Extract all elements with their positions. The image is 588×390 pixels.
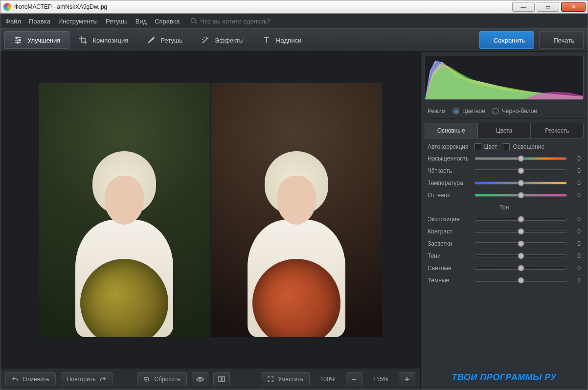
slider-label: Чёткость — [428, 167, 471, 174]
slider[interactable] — [475, 156, 567, 161]
print-button[interactable]: Печать — [539, 31, 584, 49]
svg-rect-9 — [219, 377, 221, 382]
slider-row: Экспозиция0 — [428, 216, 581, 223]
slider[interactable] — [475, 216, 567, 222]
window-titlebar: ФотоМАСТЕР - amNskXA9gDw.jpg — ▭ ✕ — [0, 0, 588, 14]
tab-colors[interactable]: Цвета — [477, 123, 530, 138]
slider-thumb[interactable] — [518, 167, 524, 174]
slider-label: Контраст — [428, 228, 471, 235]
menubar: Файл Правка Инструменты Ретушь Вид Справ… — [0, 14, 588, 28]
slider-thumb[interactable] — [518, 252, 524, 259]
canvas-area[interactable] — [0, 52, 420, 368]
search-placeholder: Что вы хотите сделать? — [200, 18, 271, 25]
slider-label: Температура — [428, 180, 471, 186]
slider-row: Контраст0 — [428, 228, 581, 235]
slider-label: Тени — [428, 252, 471, 259]
slider-value: 0 — [571, 252, 581, 259]
menu-edit[interactable]: Правка — [29, 18, 50, 25]
slider-thumb[interactable] — [518, 155, 524, 162]
menu-view[interactable]: Вид — [136, 18, 147, 25]
autocorrect-color-checkbox[interactable]: Цвет — [475, 143, 498, 150]
compare-icon — [218, 375, 226, 383]
compare-toggle-button[interactable] — [213, 372, 230, 386]
histogram[interactable] — [425, 56, 584, 100]
slider-value: 0 — [571, 155, 581, 162]
undo-button[interactable]: Отменить — [5, 372, 56, 386]
slider-row: Тени0 — [428, 252, 581, 259]
reset-button[interactable]: Сбросить — [137, 372, 186, 386]
mode-color-radio[interactable]: Цветное — [452, 108, 485, 115]
preview-button[interactable] — [192, 372, 208, 386]
menu-file[interactable]: Файл — [5, 18, 21, 25]
maximize-button[interactable]: ▭ — [537, 2, 559, 12]
tab-effects[interactable]: Эффекты — [192, 31, 253, 49]
svg-point-0 — [191, 19, 196, 23]
controls-pane: Автокоррекция Цвет Освещение Насыщенност… — [421, 138, 588, 294]
svg-rect-10 — [222, 377, 225, 382]
slider-row: Засветки0 — [428, 240, 581, 247]
adjust-tabs: Основные Цвета Резкость — [425, 123, 584, 138]
search-field[interactable]: Что вы хотите сделать? — [190, 18, 271, 25]
menu-retouch[interactable]: Ретушь — [106, 18, 128, 25]
slider[interactable] — [475, 229, 567, 234]
fit-button[interactable]: Уместить — [261, 372, 310, 386]
menu-help[interactable]: Справка — [155, 18, 180, 25]
slider-thumb[interactable] — [518, 192, 524, 199]
before-after-compare — [39, 83, 382, 337]
slider[interactable] — [475, 180, 567, 186]
tab-sharpness[interactable]: Резкость — [531, 123, 584, 138]
slider-value: 0 — [571, 240, 581, 247]
redo-icon — [99, 376, 106, 383]
redo-button[interactable]: Повторить — [61, 372, 113, 386]
slider[interactable] — [475, 277, 567, 283]
slider-thumb[interactable] — [518, 265, 524, 272]
slider[interactable] — [475, 241, 567, 247]
slider-row: Светлые0 — [428, 265, 581, 272]
slider-row: Чёткость0 — [428, 167, 581, 174]
zoom-base-label: 100% — [315, 376, 341, 383]
slider[interactable] — [475, 265, 567, 271]
save-button[interactable]: Сохранить — [479, 31, 535, 49]
slider-thumb[interactable] — [518, 277, 524, 284]
mode-row: Режим Цветное Черно-белое — [421, 104, 588, 119]
slider-thumb[interactable] — [518, 240, 524, 247]
svg-point-7 — [17, 42, 19, 44]
sliders-icon — [14, 36, 23, 45]
close-button[interactable]: ✕ — [561, 2, 586, 12]
undo-icon — [12, 376, 19, 383]
tab-text[interactable]: Надписи — [253, 31, 311, 49]
slider-row: Тёмные0 — [428, 277, 581, 284]
slider[interactable] — [475, 168, 567, 174]
text-icon — [262, 36, 271, 45]
window-title: ФотоМАСТЕР - amNskXA9gDw.jpg — [14, 3, 107, 10]
tab-retouch[interactable]: Ретушь — [137, 31, 192, 49]
slider-value: 0 — [571, 216, 581, 223]
minus-icon — [351, 376, 358, 383]
slider-thumb[interactable] — [518, 180, 524, 186]
slider-label: Светлые — [428, 265, 471, 272]
minimize-button[interactable]: — — [512, 2, 535, 12]
tab-composition[interactable]: Композиция — [69, 31, 137, 49]
tab-basic[interactable]: Основные — [425, 123, 477, 138]
tab-enhance[interactable]: Улучшения — [4, 31, 69, 49]
slider[interactable] — [475, 253, 567, 259]
zoom-out-button[interactable] — [346, 372, 362, 386]
fit-icon — [267, 376, 274, 383]
crop-icon — [79, 36, 88, 45]
search-icon — [190, 18, 197, 24]
mode-bw-radio[interactable]: Черно-белое — [492, 108, 537, 115]
svg-point-5 — [16, 37, 18, 39]
zoom-in-button[interactable] — [399, 372, 415, 386]
menu-tools[interactable]: Инструменты — [58, 18, 98, 25]
reset-icon — [143, 376, 150, 383]
zoom-current-label: 115% — [367, 376, 394, 383]
slider-thumb[interactable] — [518, 228, 524, 235]
plus-icon — [404, 376, 410, 383]
tone-section-label: Тон — [428, 204, 581, 211]
slider-label: Экспозиция — [428, 216, 471, 223]
slider-thumb[interactable] — [518, 216, 524, 223]
svg-point-8 — [199, 378, 201, 380]
slider-value: 0 — [571, 192, 581, 199]
autocorrect-light-checkbox[interactable]: Освещение — [503, 143, 544, 150]
slider[interactable] — [475, 192, 567, 198]
